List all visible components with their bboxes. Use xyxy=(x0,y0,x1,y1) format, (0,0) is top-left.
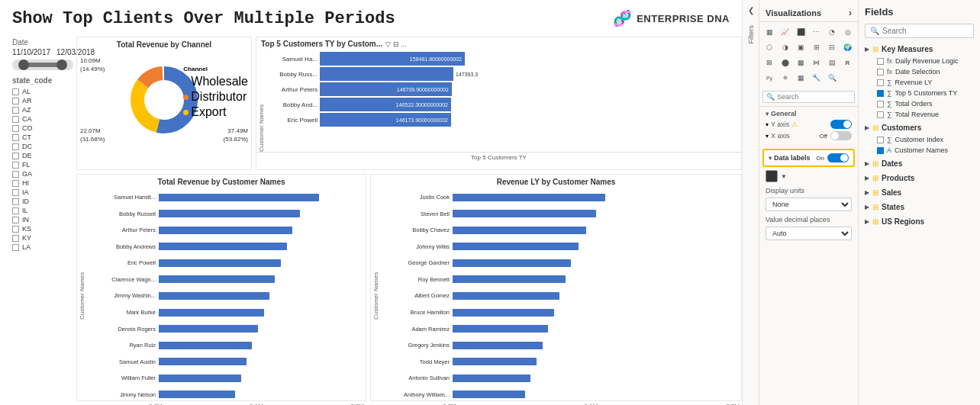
field-checkbox-total-revenue[interactable] xyxy=(877,111,884,118)
viz-icon-waterfall[interactable]: ⬤ xyxy=(779,56,792,69)
field-group-header-key-measures[interactable]: ▶ ⊞ Key Measures xyxy=(859,43,980,56)
viz-icon-scatter[interactable]: ⋯ xyxy=(810,25,824,39)
state-item-al[interactable]: AL xyxy=(12,88,73,95)
state-item-ar[interactable]: AR xyxy=(12,97,73,104)
field-customer-names[interactable]: A Customer Names xyxy=(874,145,974,156)
viz-icon-qr[interactable]: ⊕ xyxy=(779,71,792,85)
state-checkbox-ia[interactable] xyxy=(12,189,19,196)
decimal-places-select[interactable]: Auto 0 1 2 xyxy=(766,227,852,240)
display-units-select[interactable]: None Thousands Millions Billions xyxy=(766,198,852,211)
date-thumb-right[interactable] xyxy=(56,59,67,70)
field-group-header-states[interactable]: ▶ ⊞ States xyxy=(859,201,980,214)
state-item-ky[interactable]: KY xyxy=(12,234,73,242)
state-checkbox-il[interactable] xyxy=(12,207,19,214)
viz-icon-combo[interactable]: ▩ xyxy=(794,56,808,69)
field-group-header-dates[interactable]: ▶ ⊞ Dates xyxy=(859,157,980,170)
viz-icon-pie[interactable]: ◔ xyxy=(825,25,839,39)
field-checkbox-top5-customers[interactable] xyxy=(877,90,884,97)
field-checkbox-customer-index[interactable] xyxy=(877,137,884,143)
state-checkbox-ct[interactable] xyxy=(12,134,19,141)
state-item-ct[interactable]: CT xyxy=(12,133,73,141)
viz-icon-line[interactable]: 📈 xyxy=(779,25,792,39)
viz-icon-wrench[interactable]: 🔧 xyxy=(810,71,824,85)
field-total-revenue[interactable]: ∑ Total Revenue xyxy=(874,109,974,120)
viz-search-input[interactable] xyxy=(777,93,851,101)
viz-icon-slicer[interactable]: ▤ xyxy=(825,56,839,69)
field-group-header-customers[interactable]: ▶ ⊞ Customers xyxy=(859,121,980,134)
y-axis-toggle[interactable] xyxy=(830,120,852,129)
date-thumb-left[interactable] xyxy=(18,59,29,70)
viz-icon-py[interactable]: Py xyxy=(762,71,776,85)
state-checkbox-co[interactable] xyxy=(12,125,19,132)
viz-icon-bar[interactable]: ▦ xyxy=(762,25,776,39)
viz-icon-matrix[interactable]: ⊟ xyxy=(825,40,839,54)
viz-expand-icon[interactable]: › xyxy=(849,8,852,18)
state-checkbox-de[interactable] xyxy=(12,153,19,159)
state-item-ca[interactable]: CA xyxy=(12,115,73,123)
state-item-ia[interactable]: IA xyxy=(12,188,73,196)
field-total-orders[interactable]: ∑ Total Orders xyxy=(874,98,974,109)
viz-icon-table2[interactable]: ⊞ xyxy=(810,40,824,54)
state-item-ga[interactable]: GA xyxy=(12,170,73,178)
viz-icon-card[interactable]: ▣ xyxy=(794,40,808,54)
x-axis-toggle[interactable]: Off xyxy=(819,131,852,140)
state-checkbox-ca[interactable] xyxy=(12,116,19,123)
viz-icon-r[interactable]: R xyxy=(841,56,855,69)
field-checkbox-daily-revenue[interactable] xyxy=(877,58,884,65)
field-checkbox-date-selection[interactable] xyxy=(877,69,884,76)
viz-icon-gauge[interactable]: ◑ xyxy=(779,40,792,54)
date-slider[interactable] xyxy=(12,59,73,70)
viz-search-box[interactable]: 🔍 xyxy=(762,91,855,103)
viz-icon-zoom[interactable]: 🔍 xyxy=(825,71,839,85)
state-checkbox-hi[interactable] xyxy=(12,180,19,187)
field-top5-customers[interactable]: ∑ Top 5 Customers TY xyxy=(874,88,974,98)
state-checkbox-id[interactable] xyxy=(12,198,19,205)
state-checkbox-al[interactable] xyxy=(12,88,19,95)
field-group-header-products[interactable]: ▶ ⊞ Products xyxy=(859,172,980,185)
field-group-header-us-regions[interactable]: ▶ ⊞ US Regions xyxy=(859,215,980,228)
state-checkbox-la[interactable] xyxy=(12,244,19,251)
viz-general-title[interactable]: ▾ General xyxy=(766,110,852,117)
field-customer-index[interactable]: ∑ Customer Index xyxy=(874,134,974,145)
viz-icon-area[interactable]: ⬛ xyxy=(794,25,808,39)
state-item-id[interactable]: ID xyxy=(12,198,73,205)
state-item-de[interactable]: DE xyxy=(12,152,73,159)
viz-icon-table-grid[interactable]: ▦ xyxy=(794,71,808,85)
data-labels-expand[interactable]: ▾ xyxy=(769,155,772,162)
state-item-az[interactable]: AZ xyxy=(12,106,73,114)
viz-icon-ribbon[interactable]: ⋈ xyxy=(810,56,824,69)
state-item-in[interactable]: IN xyxy=(12,216,73,223)
state-checkbox-ga[interactable] xyxy=(12,171,19,178)
state-checkbox-ks[interactable] xyxy=(12,226,19,233)
state-checkbox-in[interactable] xyxy=(12,217,19,223)
y-axis-toggle-track[interactable] xyxy=(830,120,852,129)
color-dropdown-arrow[interactable]: ▼ xyxy=(781,173,787,180)
viz-icon-treemap[interactable]: ⊠ xyxy=(762,56,776,69)
data-labels-toggle-track[interactable] xyxy=(827,153,849,162)
state-item-il[interactable]: IL xyxy=(12,207,73,214)
viz-icon-map[interactable]: 🌍 xyxy=(841,40,855,54)
field-revenue-ly[interactable]: ∑ Revenue LY xyxy=(874,77,974,88)
field-checkbox-revenue-ly[interactable] xyxy=(877,79,884,86)
state-checkbox-az[interactable] xyxy=(12,107,19,114)
field-group-header-sales[interactable]: ▶ ⊞ Sales xyxy=(859,186,980,199)
x-axis-toggle-track[interactable] xyxy=(830,131,852,140)
fields-search-box[interactable]: 🔍 xyxy=(865,24,974,38)
state-checkbox-dc[interactable] xyxy=(12,143,19,150)
data-labels-toggle[interactable]: On xyxy=(816,153,849,162)
state-item-co[interactable]: CO xyxy=(12,124,73,132)
field-date-selection[interactable]: fx Date Selection xyxy=(874,66,974,77)
color-swatch[interactable] xyxy=(766,170,778,182)
state-item-la[interactable]: LA xyxy=(12,243,73,251)
state-item-ks[interactable]: KS xyxy=(12,225,73,233)
state-checkbox-fl[interactable] xyxy=(12,162,19,169)
state-item-hi[interactable]: HI xyxy=(12,179,73,187)
field-checkbox-customer-names[interactable] xyxy=(877,147,884,154)
state-item-fl[interactable]: FL xyxy=(12,161,73,169)
state-checkbox-ky[interactable] xyxy=(12,235,19,242)
collapse-icon[interactable]: ❮ xyxy=(748,6,754,14)
viz-icon-funnel[interactable]: ⬡ xyxy=(762,40,776,54)
state-checkbox-ar[interactable] xyxy=(12,98,19,104)
field-daily-revenue[interactable]: fx Daily Revenue Logic xyxy=(874,56,974,66)
viz-icon-donut[interactable]: ◎ xyxy=(841,25,855,39)
